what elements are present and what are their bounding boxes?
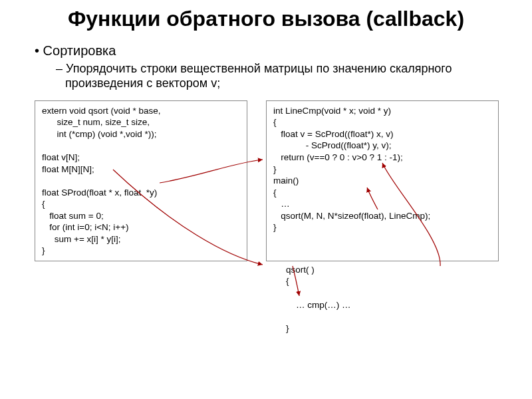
slide-title: Функции обратного вызова (callback) [20, 7, 512, 31]
bullet-main: Сортировка [35, 43, 512, 59]
bullet-section: Сортировка Упорядочить строки вещественн… [35, 43, 512, 91]
code-tail: qsort( ) { … cmp(…) … } [286, 264, 512, 334]
code-boxes: extern void qsort (void * base, size_t n… [35, 100, 512, 261]
code-left: extern void qsort (void * base, size_t n… [35, 100, 247, 261]
slide: Функции обратного вызова (callback) Сорт… [0, 0, 532, 399]
code-right: int LineCmp(void * x; void * y) { float … [266, 100, 499, 261]
bullet-sub: Упорядочить строки вещественной матрицы … [56, 61, 512, 91]
